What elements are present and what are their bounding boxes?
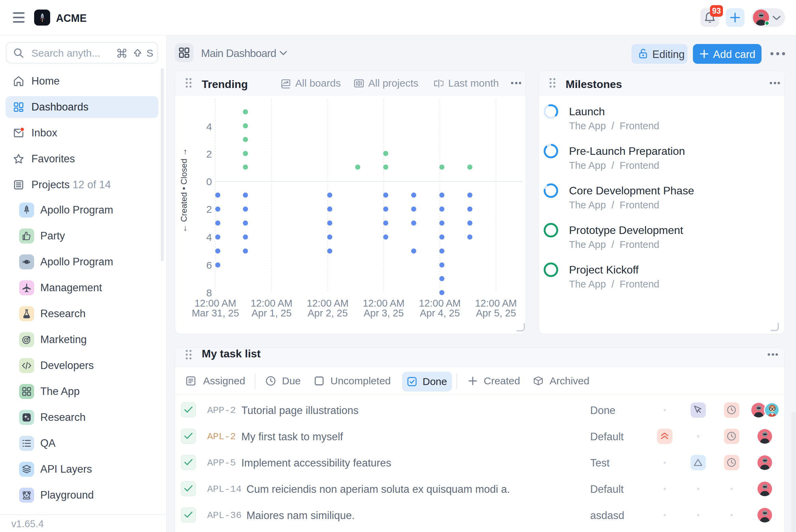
svg-text:Apr 3, 25: Apr 3, 25 <box>364 308 404 319</box>
svg-text:2: 2 <box>206 148 212 160</box>
svg-text:Apr 4, 25: Apr 4, 25 <box>420 308 460 319</box>
svg-text:Mar 31, 25: Mar 31, 25 <box>192 308 239 319</box>
svg-text:Project Kickoff: Project Kickoff <box>569 264 639 276</box>
svg-text:0: 0 <box>206 176 212 187</box>
svg-text:12:00 AM: 12:00 AM <box>251 298 293 309</box>
svg-text:2: 2 <box>206 204 212 215</box>
svg-text:12:00 AM: 12:00 AM <box>363 298 405 309</box>
svg-text:Apr 1, 25: Apr 1, 25 <box>252 308 292 319</box>
svg-text:Apr 2, 25: Apr 2, 25 <box>308 308 348 319</box>
svg-text:The App / Frontend: The App / Frontend <box>569 120 659 131</box>
svg-text:The App / Frontend: The App / Frontend <box>569 279 659 290</box>
svg-text:12:00 AM: 12:00 AM <box>419 298 461 309</box>
svg-text:4: 4 <box>206 232 212 243</box>
svg-text:4: 4 <box>206 121 212 132</box>
svg-text:Apr 5, 25: Apr 5, 25 <box>476 308 516 319</box>
svg-text:12:00 AM: 12:00 AM <box>307 298 349 309</box>
svg-text:Core Development Phase: Core Development Phase <box>569 184 694 197</box>
svg-text:Prototype Development: Prototype Development <box>569 224 683 236</box>
svg-text:Launch: Launch <box>569 105 605 118</box>
svg-text:8: 8 <box>206 287 212 298</box>
svg-text:12:00 AM: 12:00 AM <box>475 298 517 309</box>
svg-text:Pre-Launch Preparation: Pre-Launch Preparation <box>569 145 685 157</box>
svg-text:← Created • Closed →: ← Created • Closed → <box>179 148 188 233</box>
svg-text:The App / Frontend: The App / Frontend <box>569 200 659 210</box>
svg-text:6: 6 <box>206 260 212 271</box>
svg-text:12:00 AM: 12:00 AM <box>195 298 237 309</box>
svg-text:The App / Frontend: The App / Frontend <box>569 239 659 250</box>
svg-text:The App / Frontend: The App / Frontend <box>569 160 659 171</box>
